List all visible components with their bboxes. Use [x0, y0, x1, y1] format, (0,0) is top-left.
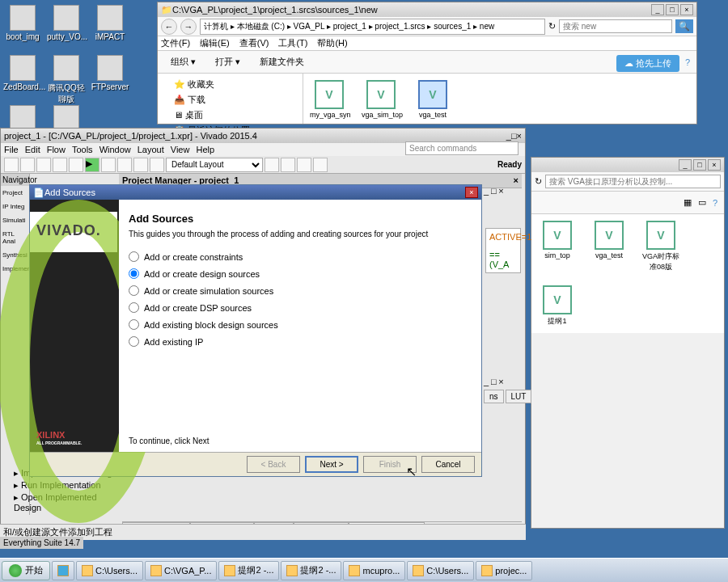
desktop-icon[interactable]: boot_img — [3, 5, 42, 41]
help-icon[interactable]: ? — [713, 198, 717, 208]
radio-option[interactable]: Add or create simulation sources — [129, 285, 472, 296]
file-item[interactable]: my_vga_syn — [310, 80, 349, 119]
menu-item[interactable]: 文件(F) — [161, 37, 190, 49]
taskbar-item[interactable]: 提纲2 -... — [281, 561, 341, 580]
tool-icon-4[interactable] — [313, 158, 328, 172]
explorer1-titlebar[interactable]: 📁 C:\VGA_PL\project_1\project_1.srcs\sou… — [158, 2, 696, 17]
upload-badge[interactable]: ☁ 抢先上传 — [616, 55, 679, 72]
menu-item[interactable]: Layout — [138, 145, 164, 154]
radio-option[interactable]: Add or create design sources — [129, 268, 472, 279]
tool-icon-3[interactable] — [297, 158, 311, 172]
menu-item[interactable]: Window — [99, 145, 131, 154]
menu-item[interactable]: View — [171, 145, 190, 154]
taskbar-item[interactable]: mcupro... — [343, 561, 405, 580]
radio-label[interactable]: Add or create DSP sources — [144, 303, 252, 313]
redo-icon[interactable] — [69, 158, 83, 172]
search-icon[interactable]: 🔍 — [675, 19, 693, 33]
radio-option[interactable]: Add existing IP — [129, 336, 472, 347]
preview-icon[interactable]: ▭ — [698, 197, 706, 208]
radio-input[interactable] — [129, 336, 139, 347]
file-item[interactable]: vga_test — [590, 221, 629, 259]
close-button[interactable]: × — [517, 131, 522, 141]
taskbar-item[interactable]: 提纲2 -... — [218, 561, 279, 580]
menu-item[interactable]: 编辑(E) — [200, 37, 230, 49]
file-item[interactable]: vga_test — [413, 80, 452, 119]
dialog-close-button[interactable]: × — [465, 187, 478, 198]
taskbar-item[interactable]: projec... — [476, 561, 532, 580]
radio-input[interactable] — [129, 302, 139, 313]
menu-item[interactable]: 工具(T) — [278, 37, 307, 49]
tree-desktop[interactable]: 🖥 桌面 — [161, 108, 299, 123]
radio-label[interactable]: Add or create design sources — [144, 269, 260, 279]
desktop-icon[interactable]: 腾讯QQ轻聊版 — [47, 55, 86, 105]
close-button[interactable]: × — [708, 159, 721, 171]
taskbar-item[interactable]: C:\VGA_P... — [145, 561, 218, 580]
radio-input[interactable] — [129, 319, 139, 330]
menu-item[interactable]: Tools — [72, 145, 93, 154]
cancel-button[interactable]: Cancel — [421, 456, 475, 473]
file-item[interactable]: 提纲1 — [538, 285, 577, 327]
dialog-titlebar[interactable]: 📄 Add Sources × — [30, 185, 481, 200]
close-button[interactable]: × — [680, 4, 693, 15]
desktop-icon[interactable]: ZedBoard... — [3, 55, 42, 91]
max-icon[interactable]: □ — [491, 186, 497, 196]
back-button[interactable]: ← — [161, 19, 177, 35]
maximize-button[interactable]: □ — [693, 159, 706, 171]
menu-item[interactable]: File — [4, 145, 19, 154]
run-icon[interactable]: ▶ — [85, 158, 99, 172]
minimize-button[interactable]: _ — [651, 4, 664, 15]
search-input[interactable] — [545, 175, 721, 188]
radio-label[interactable]: Add existing block design sources — [144, 320, 278, 330]
max-icon[interactable]: □ — [491, 377, 497, 386]
tool-icon[interactable] — [265, 158, 279, 172]
radio-label[interactable]: Add existing IP — [144, 337, 203, 347]
radio-input[interactable] — [129, 268, 139, 279]
vivado-search[interactable]: Search commands — [405, 141, 518, 155]
radio-option[interactable]: Add or create DSP sources — [129, 302, 472, 313]
file-item[interactable]: vga_sim_top — [362, 80, 400, 119]
open-button[interactable]: 打开 ▾ — [209, 54, 247, 70]
min-icon[interactable]: _ — [484, 377, 489, 386]
maximize-button[interactable]: □ — [511, 131, 517, 141]
refresh-icon[interactable]: ↻ — [535, 176, 542, 187]
save-icon[interactable] — [36, 158, 51, 172]
radio-label[interactable]: Add or create constraints — [144, 252, 243, 262]
new-folder-button[interactable]: 新建文件夹 — [253, 54, 311, 70]
minimize-button[interactable]: _ — [679, 159, 692, 171]
help-icon[interactable]: ? — [685, 57, 690, 67]
synth-icon[interactable] — [117, 158, 132, 172]
search-input[interactable] — [559, 19, 672, 33]
tab-ns[interactable]: ns — [484, 390, 504, 403]
refresh-icon[interactable]: ↻ — [548, 21, 556, 32]
address-bar[interactable]: 计算机 ▸ 本地磁盘 (C:) ▸ VGA_PL ▸ project_1 ▸ p… — [200, 19, 545, 35]
radio-option[interactable]: Add or create constraints — [129, 251, 472, 262]
bitstream-icon[interactable] — [150, 158, 164, 172]
close-icon[interactable]: × — [498, 377, 503, 386]
quick-launch[interactable] — [52, 561, 74, 580]
min-icon[interactable]: _ — [484, 186, 489, 196]
menu-item[interactable]: 查看(V) — [239, 37, 269, 49]
desktop-icon[interactable]: FTPserver — [91, 55, 129, 91]
file-item[interactable]: sim_top — [538, 221, 577, 259]
tree-favorites[interactable]: ⭐ 收藏夹 — [161, 77, 299, 92]
stop-icon[interactable] — [101, 158, 116, 172]
close-icon[interactable]: × — [498, 186, 503, 196]
radio-label[interactable]: Add or create simulation sources — [144, 286, 273, 296]
desktop-icon[interactable]: iMPACT — [91, 5, 129, 41]
nav-section[interactable]: Project — [1, 186, 29, 200]
maximize-button[interactable]: □ — [666, 4, 679, 15]
tab-lut[interactable]: LUT — [506, 390, 532, 403]
menu-item[interactable]: Edit — [25, 145, 40, 154]
file-item[interactable]: VGA时序标准08版 — [641, 221, 680, 272]
new-icon[interactable] — [4, 158, 19, 172]
layout-combo[interactable]: Default Layout — [166, 158, 263, 172]
explorer2-titlebar[interactable]: _ □ × — [531, 158, 724, 172]
open-icon[interactable] — [20, 158, 35, 172]
next-button[interactable]: Next > — [305, 456, 358, 473]
view-icon[interactable]: ▦ — [684, 197, 692, 208]
radio-input[interactable] — [129, 251, 139, 262]
radio-input[interactable] — [129, 285, 139, 296]
organize-button[interactable]: 组织 ▾ — [164, 54, 202, 70]
radio-option[interactable]: Add existing block design sources — [129, 319, 472, 330]
nav-section[interactable]: Simulati — [1, 213, 29, 227]
